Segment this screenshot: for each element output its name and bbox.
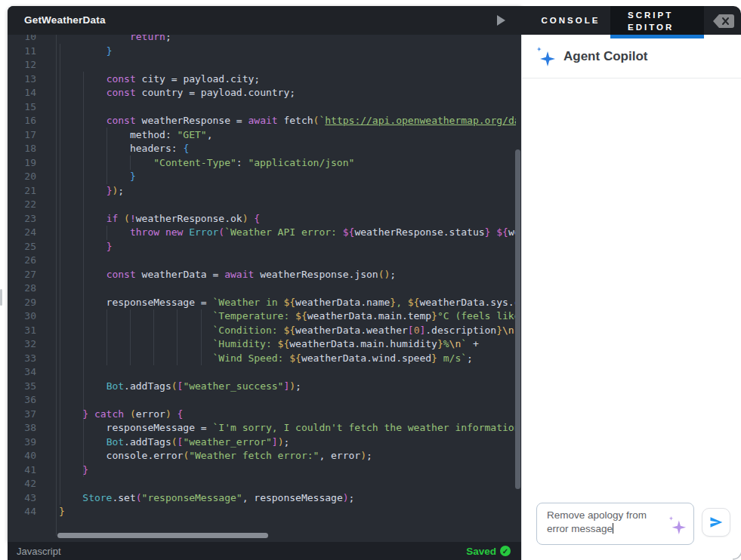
tab-console[interactable]: CONSOLE [535,6,607,35]
send-button[interactable] [702,508,730,537]
code-line[interactable]: 21 }); [8,184,516,198]
prompt-text: Remove apology fromerror message [547,509,668,536]
code-line-text[interactable]: } catch (error) { [59,408,183,422]
code-line-text[interactable]: } [59,45,112,59]
line-number: 28 [8,282,36,296]
code-line-text[interactable]: const weatherData = await weatherRespons… [59,268,396,282]
code-line[interactable]: 16 const weatherResponse = await fetch(`… [8,114,516,128]
code-line[interactable]: 35 Bot.addTags(["weather_success"]); [8,380,516,394]
code-line-text[interactable]: if (!weatherResponse.ok) { [59,212,260,226]
code-line-text[interactable]: } [59,170,136,184]
line-number: 15 [8,100,36,115]
code-line[interactable]: 36 [8,393,516,408]
code-line[interactable]: 25 } [8,240,516,254]
agent-copilot-panel: Agent Copilot Remove apology fromerror m… [521,35,741,560]
code-line-text[interactable]: `Condition: ${weatherData.weather[0].des… [59,324,516,338]
code-line-text[interactable]: throw new Error(`Weather API error: ${we… [59,226,516,240]
code-line[interactable]: 33 `Wind Speed: ${weatherData.wind.speed… [8,352,516,366]
divider [522,78,741,78]
code-line[interactable]: 12 [8,58,516,72]
code-line-text[interactable]: responseMessage = `I'm sorry, I couldn't… [59,421,516,435]
play-icon [497,15,505,26]
code-line-text[interactable]: const country = payload.country; [59,86,295,100]
code-line[interactable]: 23 if (!weatherResponse.ok) { [8,212,516,226]
code-line-text[interactable]: }); [59,184,124,198]
sparkle-icon [668,516,687,534]
code-line[interactable]: 11 } [8,45,516,59]
code-line-text[interactable]: const weatherResponse = await fetch(`htt… [59,114,516,128]
code-line[interactable]: 17 method: "GET", [8,128,516,143]
line-number: 43 [8,491,36,506]
code-line-text[interactable]: responseMessage = `Weather in ${weatherD… [59,296,516,310]
code-line[interactable]: 34 [8,365,516,380]
code-line[interactable]: 20 } [8,170,516,184]
code-line[interactable]: 24 throw new Error(`Weather API error: $… [8,226,516,240]
code-line-text[interactable]: console.error("Weather fetch error:", er… [59,449,372,463]
code-line-text[interactable]: method: "GET", [59,128,213,143]
code-line[interactable]: 18 headers: { [8,142,516,156]
code-line[interactable]: 15 [8,100,516,115]
code-line[interactable]: 32 `Humidity: ${weatherData.main.humidit… [8,337,516,352]
line-number: 31 [8,324,36,338]
code-line-text[interactable]: Bot.addTags(["weather_error"]); [59,435,289,450]
code-line[interactable]: 22 [8,198,516,212]
code-line[interactable]: 14 const country = payload.country; [8,86,516,100]
code-line[interactable]: 31 `Condition: ${weatherData.weather[0].… [8,324,516,338]
line-number: 19 [8,156,36,171]
close-icon [710,12,739,32]
code-line[interactable]: 42 [8,477,516,491]
line-number: 16 [8,114,36,128]
code-line[interactable]: 44} [8,505,516,519]
code-line[interactable]: 28 [8,282,516,296]
code-line[interactable]: 38 responseMessage = `I'm sorry, I could… [8,421,516,435]
line-number: 17 [8,128,36,143]
panel-resize-handle[interactable] [0,289,2,306]
line-number: 30 [8,309,36,324]
line-number: 20 [8,170,36,184]
saved-label: Saved [466,546,496,557]
line-number: 38 [8,421,36,435]
code-line-text[interactable]: const city = payload.city; [59,72,260,87]
code-line[interactable]: 37 } catch (error) { [8,408,516,422]
code-line[interactable]: 39 Bot.addTags(["weather_error"]); [8,435,516,450]
code-line-text[interactable]: headers: { [59,142,189,156]
line-number: 14 [8,86,36,100]
copilot-prompt-input[interactable]: Remove apology fromerror message [536,503,694,545]
code-line-text[interactable]: `Temperature: ${weatherData.main.temp}°C… [59,309,516,324]
line-number: 36 [8,393,36,408]
line-number: 27 [8,268,36,282]
code-line-text[interactable]: } [59,240,112,254]
run-script-button[interactable] [497,15,512,26]
top-bar: GetWeatherData CONSOLE SCRIPT EDITOR [8,6,741,35]
code-line[interactable]: 26 [8,254,516,268]
code-line[interactable]: 40 console.error("Weather fetch error:",… [8,449,516,463]
code-line[interactable]: 41 } [8,463,516,478]
horizontal-scrollbar-thumb[interactable] [57,533,268,538]
code-line-text[interactable]: `Humidity: ${weatherData.main.humidity}%… [59,337,479,352]
resize-corner-handle[interactable] [732,549,741,560]
code-area[interactable]: 10 return;11 }1213 const city = payload.… [8,30,516,519]
line-number: 23 [8,212,36,226]
code-line-text[interactable]: } [59,463,88,478]
code-line[interactable]: 43 Store.set("responseMessage", response… [8,491,516,506]
line-number: 42 [8,477,36,491]
vertical-scrollbar-thumb[interactable] [515,149,520,489]
code-line[interactable]: 19 "Content-Type": "application/json" [8,156,516,171]
close-button[interactable] [710,12,739,32]
code-line-text[interactable]: Bot.addTags(["weather_success"]); [59,380,301,394]
line-number: 39 [8,435,36,450]
code-line[interactable]: 30 `Temperature: ${weatherData.main.temp… [8,309,516,324]
line-number: 37 [8,408,36,422]
copilot-title: Agent Copilot [563,49,647,64]
code-line-text[interactable]: } [59,505,65,519]
code-line-text[interactable]: `Wind Speed: ${weatherData.wind.speed} m… [59,352,473,366]
tab-script-editor[interactable]: SCRIPT EDITOR [610,6,704,36]
code-line[interactable]: 13 const city = payload.city; [8,72,516,87]
code-line-text[interactable]: "Content-Type": "application/json" [59,156,354,171]
sparkle-icon [536,47,556,66]
status-bar: Javascript Saved ✓ [8,542,521,560]
code-line[interactable]: 29 responseMessage = `Weather in ${weath… [8,296,516,310]
code-line-text[interactable]: Store.set("responseMessage", responseMes… [59,491,354,506]
line-number: 41 [8,463,36,478]
code-line[interactable]: 27 const weatherData = await weatherResp… [8,268,516,282]
